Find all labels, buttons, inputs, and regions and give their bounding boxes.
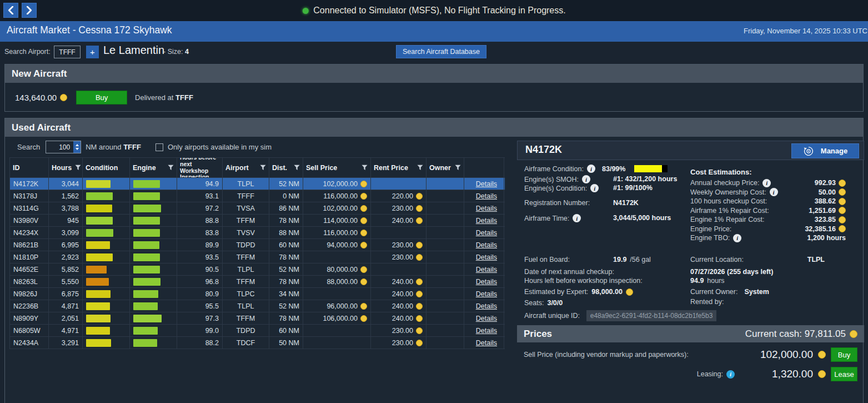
- details-link[interactable]: Details: [476, 192, 497, 200]
- details-link[interactable]: Details: [476, 290, 497, 298]
- stepper-up-icon[interactable]: [76, 144, 79, 146]
- coin-icon: [839, 188, 846, 196]
- cell-inspection: 99.0: [177, 325, 223, 336]
- cell-engine: [130, 325, 177, 336]
- current-location-label: Current Location:: [690, 256, 804, 263]
- coin-icon: [360, 193, 367, 200]
- column-header-hours[interactable]: Hours: [49, 158, 83, 177]
- column-header-rent-price[interactable]: Rent Price: [371, 158, 427, 177]
- column-header-airport[interactable]: Airport: [223, 158, 269, 177]
- details-link[interactable]: Details: [476, 241, 497, 249]
- column-header-engine[interactable]: Engine: [130, 158, 177, 177]
- details-link[interactable]: Details: [476, 327, 497, 335]
- details-link[interactable]: Details: [476, 180, 497, 188]
- nav-forward-button[interactable]: [22, 3, 37, 18]
- checkup-date-value: 07/27/2026 (255 days left): [690, 268, 773, 276]
- engines-condition-value: #1: 99/100%: [613, 184, 653, 192]
- table-row[interactable]: N2434A3,29188.2TDCF50 NM230.00Details: [9, 337, 505, 349]
- info-icon[interactable]: i: [582, 175, 590, 183]
- coin-icon: [416, 217, 423, 224]
- column-header-owner[interactable]: Owner: [427, 158, 464, 177]
- info-icon[interactable]: i: [762, 179, 771, 187]
- cell-hours: 6,995: [49, 239, 83, 251]
- engine-bar: [133, 180, 160, 188]
- filter-icon[interactable]: [260, 165, 266, 171]
- filter-icon[interactable]: [417, 165, 423, 171]
- table-row[interactable]: N8263L5,55096.8TFFM78 NM88,000.00240.00D…: [9, 276, 505, 288]
- cell-sell-price: 102,000.00: [303, 202, 371, 214]
- cost-label: Weekly Ownership Cost:: [690, 188, 766, 196]
- table-row[interactable]: N6805W4,97199.0TDPD60 NM230.00Details: [9, 325, 505, 337]
- cell-dist: 78 NM: [269, 312, 303, 324]
- table-row[interactable]: N4172K3,04494.9TLPL52 NM102,000.00Detail…: [9, 178, 505, 190]
- used-aircraft-header: Used Aircraft: [5, 118, 863, 137]
- engines-smoh-row: Engine(s) SMOH: i: [524, 175, 590, 183]
- cell-condition: [83, 202, 130, 214]
- details-link[interactable]: Details: [476, 229, 497, 237]
- details-link[interactable]: Details: [476, 315, 497, 322]
- details-link[interactable]: Details: [476, 339, 497, 347]
- cell-condition: [83, 276, 130, 287]
- prices-title: Prices: [524, 329, 745, 340]
- info-icon[interactable]: i: [587, 165, 595, 173]
- radius-suffix: NM around TFFF: [86, 143, 141, 151]
- details-link[interactable]: Details: [476, 266, 497, 273]
- manage-button[interactable]: Manage: [791, 143, 859, 158]
- lease-button[interactable]: Lease: [831, 367, 857, 381]
- table-row[interactable]: N8621B6,99589.9TDPD60 NM94,000.00230.00D…: [9, 239, 505, 251]
- prices-section: Prices Current cash: 97,811.05 Sell Pric…: [517, 325, 864, 381]
- nav-back-button[interactable]: [3, 3, 18, 18]
- coin-icon: [360, 303, 367, 310]
- airport-code-input[interactable]: [54, 46, 81, 58]
- buy-used-button[interactable]: Buy: [831, 347, 857, 362]
- filter-icon[interactable]: [294, 165, 300, 171]
- table-row[interactable]: N4234X3,09983.8TVSV88 NM116,000.00Detail…: [9, 227, 505, 239]
- search-aircraft-database-button[interactable]: Search Aircraft Database: [396, 45, 486, 58]
- only-sim-airports-checkbox[interactable]: [155, 143, 163, 151]
- cell-dist: 86 NM: [269, 202, 303, 214]
- table-row[interactable]: N1810P2,92393.5TFFM78 NM230.00Details: [9, 251, 505, 263]
- table-row[interactable]: N4652E5,85290.5TLPL52 NM80,000.00Details: [9, 263, 505, 276]
- info-icon[interactable]: i: [590, 184, 599, 192]
- table-row[interactable]: N3114G3,78897.2TVSA86 NM102,000.00230.00…: [9, 202, 505, 215]
- filter-icon[interactable]: [362, 165, 368, 171]
- column-header-label: Owner: [429, 164, 451, 172]
- condition-bar: [86, 241, 110, 249]
- details-link[interactable]: Details: [476, 278, 497, 286]
- column-header-dist-[interactable]: Dist.: [269, 158, 303, 177]
- details-link[interactable]: Details: [476, 217, 497, 225]
- leasing-row: Leasing: i 1,320.00 Lease: [517, 362, 864, 381]
- leasing-info-icon[interactable]: i: [726, 370, 735, 379]
- table-row[interactable]: N8909Y2,05197.3TFFM78 NM106,000.00240.00…: [9, 312, 505, 325]
- cell-details: Details: [464, 239, 504, 251]
- column-header-label: Sell Price: [306, 164, 358, 172]
- column-header-sell-price[interactable]: Sell Price: [303, 158, 371, 177]
- cell-engine: [130, 276, 177, 287]
- info-icon[interactable]: i: [733, 234, 741, 242]
- unique-id-value[interactable]: e48a9ec2-6291-4fd2-b114-08dc2b1fe5b3: [586, 310, 716, 321]
- cell-id: N8621B: [9, 239, 49, 251]
- details-link[interactable]: Details: [476, 205, 497, 212]
- table-row[interactable]: N3178J1,56293.1TFFF0 NM116,000.00220.00D…: [9, 190, 505, 202]
- delivered-prefix: Delivered at: [135, 93, 173, 102]
- coin-icon: [416, 315, 423, 322]
- filter-icon[interactable]: [455, 165, 461, 171]
- filter-icon[interactable]: [75, 165, 81, 171]
- details-link[interactable]: Details: [476, 253, 497, 261]
- radius-stepper[interactable]: [73, 141, 81, 153]
- coin-icon: [416, 193, 423, 200]
- details-link[interactable]: Details: [476, 302, 497, 310]
- filter-icon[interactable]: [168, 165, 174, 171]
- stepper-down-icon[interactable]: [76, 148, 79, 150]
- seats-row: Seats: 3/0/0: [524, 299, 563, 307]
- info-icon[interactable]: i: [573, 214, 581, 222]
- add-airport-button[interactable]: +: [86, 46, 99, 58]
- buy-new-aircraft-button[interactable]: Buy: [76, 91, 127, 105]
- coin-icon: [360, 242, 367, 248]
- table-row[interactable]: N2236B4,87195.5TLPL52 NM96,000.00240.00D…: [9, 300, 505, 312]
- table-row[interactable]: N9826J6,87580.9TLPC34 NM240.00Details: [9, 288, 505, 300]
- info-icon[interactable]: i: [770, 188, 778, 196]
- cell-id: N1810P: [9, 251, 49, 263]
- table-row[interactable]: N3980V94588.8TFFM78 NM114,000.00240.00De…: [9, 215, 505, 227]
- cell-rent-price: [371, 178, 427, 190]
